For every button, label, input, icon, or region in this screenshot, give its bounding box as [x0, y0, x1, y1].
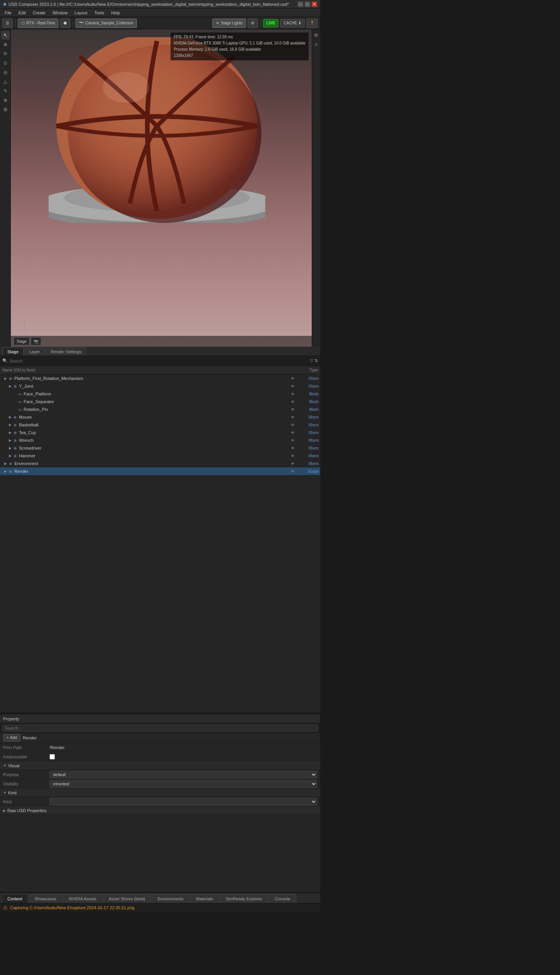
- purpose-dropdown[interactable]: default render proxy guide: [50, 771, 317, 778]
- section-visual[interactable]: ▼ Visual: [0, 761, 320, 770]
- tab-console[interactable]: Console: [269, 894, 296, 903]
- title-bar-controls[interactable]: — □ ✕: [298, 2, 317, 7]
- tree-eye-face-platform[interactable]: 👁: [290, 391, 295, 397]
- menu-file[interactable]: File: [2, 10, 15, 16]
- visibility-dropdown[interactable]: inherited visible invisible: [50, 780, 317, 788]
- section-raw-usd[interactable]: ▶ Raw USD Properties: [0, 806, 320, 815]
- tab-simready[interactable]: SimReady Explorer: [220, 894, 268, 903]
- tree-eye-rotation-pin[interactable]: 👁: [290, 407, 295, 412]
- location-btn[interactable]: 📍: [306, 19, 318, 28]
- tree-item-environment[interactable]: ▶ ⊕ Environment 👁 Xform: [0, 460, 320, 467]
- light-icon: ☀: [216, 21, 219, 25]
- tree-item-mouse[interactable]: ▶ ⊕ Mouse 👁 Xform: [0, 413, 320, 421]
- vp-stage-btn[interactable]: Stage: [14, 337, 29, 345]
- maximize-button[interactable]: □: [305, 2, 310, 7]
- menu-layout[interactable]: Layout: [72, 10, 90, 16]
- tree-eye-screwdriver[interactable]: 👁: [290, 445, 295, 451]
- tree-eye-tea-cup[interactable]: 👁: [290, 430, 295, 435]
- filter-icon[interactable]: ▽: [310, 358, 313, 363]
- tree-item-platform-rotation[interactable]: ▶ ⊕ Platform_First_Rotation_Mechanism 👁 …: [0, 375, 320, 382]
- kind-dropdown[interactable]: component subcomponent assembly group: [50, 798, 317, 806]
- tree-icon-screwdriver: ⊕: [12, 445, 18, 451]
- tree-item-render[interactable]: ▶ ⊕ Render 👁 Scope: [0, 467, 320, 475]
- svg-point-5: [103, 72, 149, 103]
- menu-edit[interactable]: Edit: [15, 10, 29, 16]
- tree-eye-basketball[interactable]: 👁: [290, 422, 295, 428]
- sidebar-eye-icon[interactable]: ⊙: [1, 59, 10, 67]
- tab-nvidia-assets[interactable]: NVIDIA Assets: [63, 894, 102, 903]
- tab-showcases[interactable]: Showcases: [29, 894, 62, 903]
- toolbar-menu-btn[interactable]: ☰: [2, 19, 13, 28]
- right-sidebar-gear-icon[interactable]: ⚙: [312, 31, 321, 39]
- tab-content[interactable]: Content: [2, 894, 28, 903]
- prop-add-btn[interactable]: + Add: [3, 734, 20, 742]
- fps-info: FPS: 79.43, Frame time: 12.59 ms: [174, 34, 306, 40]
- tab-environments[interactable]: Environments: [152, 894, 189, 903]
- resolution-info: 1336x1667: [174, 53, 306, 59]
- sidebar-refresh-icon[interactable]: ⟳: [1, 50, 10, 58]
- sidebar-pen-icon[interactable]: ✎: [1, 87, 10, 95]
- render-mode-btn[interactable]: ⬡ RTX - Real-Time: [18, 19, 58, 28]
- stage-tree-name-header: Name (Old to New): [2, 368, 287, 372]
- vp-camera-btn[interactable]: 📷: [31, 337, 41, 345]
- property-search-input[interactable]: [2, 725, 318, 732]
- settings-gear-btn[interactable]: ⚙: [248, 19, 258, 28]
- tree-eye-yjoint[interactable]: 👁: [290, 383, 295, 389]
- tree-eye-platform[interactable]: 👁: [290, 376, 295, 381]
- tree-item-yjoint[interactable]: ▶ ⊕ Y_Joint 👁 Xform: [0, 382, 320, 390]
- warning-icon: ⚠: [3, 905, 8, 910]
- tree-item-face-platform[interactable]: ▭ Face_Platform 👁 Mesh: [0, 390, 320, 398]
- stage-lights-btn[interactable]: ☀ Stage Lights: [212, 19, 246, 28]
- menu-create[interactable]: Create: [30, 10, 49, 16]
- tab-render-settings[interactable]: Render Settings: [46, 347, 86, 356]
- stage-lights-label: Stage Lights: [221, 21, 242, 25]
- camera-btn[interactable]: 📷 Camera_Sample_Collection: [75, 19, 137, 28]
- tree-item-hammer[interactable]: ▶ ⊕ Hammer 👁 Xform: [0, 452, 320, 460]
- tab-materials[interactable]: Materials: [190, 894, 219, 903]
- left-sidebar: ↖ ⊕ ⟳ ⊙ ◎ △ ✎ ⊗ ⊞: [0, 29, 11, 347]
- sidebar-add-icon[interactable]: ⊕: [1, 40, 10, 49]
- menu-tools[interactable]: Tools: [91, 10, 108, 16]
- tree-eye-hammer[interactable]: 👁: [290, 453, 295, 458]
- sidebar-circle-icon[interactable]: ◎: [1, 68, 10, 77]
- render-icon-btn[interactable]: ⬢: [60, 19, 70, 28]
- tab-layer[interactable]: Layer: [24, 347, 45, 356]
- menu-help[interactable]: Help: [108, 10, 123, 16]
- tree-eye-wrench[interactable]: 👁: [290, 438, 295, 443]
- prop-row-purpose: Purpose default render proxy guide: [0, 770, 320, 779]
- sidebar-x-icon[interactable]: ⊗: [1, 96, 10, 104]
- sort-icon[interactable]: ⇅: [314, 358, 318, 363]
- live-btn[interactable]: LIVE: [263, 19, 278, 27]
- tree-type-face-separator: Mesh: [295, 400, 319, 404]
- tree-eye-mouse[interactable]: 👁: [290, 414, 295, 420]
- bottom-panels: Stage Layer Render Settings 🔍 ▽ ⇅ Name (…: [0, 347, 320, 912]
- add-label: Add: [10, 736, 17, 740]
- tree-item-wrench[interactable]: ▶ ⊕ Wrench 👁 Xform: [0, 436, 320, 444]
- stage-search-input[interactable]: [9, 359, 308, 363]
- right-sidebar-menu-icon[interactable]: ≡: [312, 40, 321, 49]
- close-button[interactable]: ✕: [312, 2, 317, 7]
- tree-label-tea-cup: Tea_Cup: [19, 430, 290, 435]
- minimize-button[interactable]: —: [298, 2, 303, 7]
- tree-item-rotation-pin[interactable]: ▭ Rotation_Pin 👁 Mesh: [0, 405, 320, 413]
- tree-eye-environment[interactable]: 👁: [290, 461, 295, 466]
- tree-arrow-screwdriver: ▶: [8, 446, 12, 450]
- cache-btn[interactable]: CACHE ⬇: [280, 19, 305, 27]
- menu-window[interactable]: Window: [50, 10, 71, 16]
- tree-item-face-separator[interactable]: ▭ Face_Separator 👁 Mesh: [0, 398, 320, 405]
- tree-item-screwdriver[interactable]: ▶ ⊕ Screwdriver 👁 Xform: [0, 444, 320, 452]
- viewport[interactable]: FPS: 79.43, Frame time: 12.59 ms NVIDIA …: [11, 29, 312, 347]
- sidebar-grid-icon[interactable]: ⊞: [1, 105, 10, 114]
- title-bar: ◈ USD Composer 2023.2.6 | file:///C:/Use…: [0, 0, 320, 9]
- tree-item-basketball[interactable]: ▶ ⊕ Basketball 👁 Xform: [0, 421, 320, 429]
- section-kind[interactable]: ▼ Kind: [0, 789, 320, 797]
- tab-stage[interactable]: Stage: [2, 347, 24, 356]
- tree-eye-render[interactable]: 👁: [290, 469, 295, 474]
- tree-eye-face-separator[interactable]: 👁: [290, 399, 295, 404]
- sidebar-select-icon[interactable]: ↖: [1, 31, 10, 39]
- tree-item-tea-cup[interactable]: ▶ ⊕ Tea_Cup 👁 Xform: [0, 429, 320, 436]
- instanceable-checkbox[interactable]: [50, 754, 55, 759]
- property-search-bar: [0, 724, 320, 733]
- sidebar-shape-icon[interactable]: △: [1, 77, 10, 86]
- tab-asset-stores[interactable]: Asset Stores (beta): [103, 894, 151, 903]
